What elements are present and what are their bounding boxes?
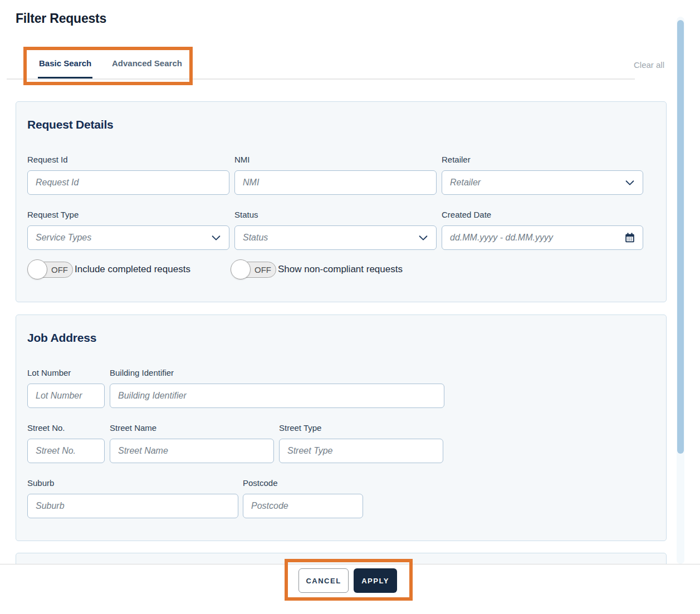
include-completed-toggle[interactable]: OFF (27, 259, 73, 279)
created-date-field-group: Created Date (442, 210, 643, 250)
nmi-field-group: NMI (234, 155, 437, 195)
street-no-label: Street No. (27, 423, 105, 433)
nmi-label: NMI (234, 155, 437, 164)
retailer-field-group: Retailer Retailer (442, 155, 643, 195)
lot-number-field-group: Lot Number (27, 368, 105, 408)
next-section-partial (16, 553, 667, 564)
nmi-input[interactable] (234, 170, 437, 195)
non-compliant-label: Show non-compliant requests (278, 264, 403, 275)
lot-number-input[interactable] (27, 384, 105, 408)
chevron-down-icon (417, 232, 429, 244)
footer (0, 564, 700, 614)
apply-button[interactable]: APPLY (354, 568, 397, 593)
street-type-field-group: Street Type (279, 423, 443, 463)
building-identifier-label: Building Identifier (110, 368, 444, 377)
cancel-button[interactable]: CANCEL (298, 568, 349, 593)
postcode-input[interactable] (243, 494, 363, 518)
chevron-down-icon (210, 232, 222, 244)
street-no-input[interactable] (27, 439, 105, 463)
postcode-label: Postcode (243, 478, 363, 488)
chevron-down-icon (624, 176, 636, 189)
request-id-input[interactable] (27, 170, 229, 195)
status-select-value: Status (243, 233, 268, 243)
request-type-select-value: Service Types (36, 233, 91, 243)
street-type-label: Street Type (279, 423, 443, 433)
street-name-field-group: Street Name (110, 423, 274, 463)
created-date-input[interactable] (442, 226, 624, 249)
job-address-section: Job Address Lot Number Building Identifi… (16, 315, 667, 541)
request-id-label: Request Id (27, 155, 229, 164)
include-completed-label: Include completed requests (75, 264, 190, 275)
clear-all-link[interactable]: Clear all (634, 60, 664, 70)
tabs-divider (7, 78, 635, 80)
street-name-label: Street Name (110, 423, 274, 433)
non-compliant-toggle-group: OFF Show non-compliant requests (231, 259, 403, 279)
created-date-label: Created Date (442, 210, 643, 219)
street-no-field-group: Street No. (27, 423, 105, 463)
street-name-input[interactable] (110, 439, 274, 463)
request-type-select[interactable]: Service Types (27, 225, 229, 250)
request-details-section: Request Details Request Id NMI Retailer … (16, 101, 667, 302)
request-type-field-group: Request Type Service Types (27, 210, 229, 250)
retailer-select[interactable]: Retailer (442, 170, 643, 195)
status-field-group: Status Status (234, 210, 437, 250)
street-type-input[interactable] (279, 439, 443, 463)
postcode-field-group: Postcode (243, 478, 363, 518)
request-id-field-group: Request Id (27, 155, 229, 195)
non-compliant-toggle[interactable]: OFF (231, 259, 276, 279)
job-address-heading: Job Address (27, 331, 655, 345)
toggle-knob[interactable] (27, 259, 47, 279)
tab-basic-search[interactable]: Basic Search (39, 58, 91, 68)
tab-advanced-search[interactable]: Advanced Search (112, 58, 182, 68)
include-completed-toggle-group: OFF Include completed requests (27, 259, 231, 279)
status-label: Status (234, 210, 437, 219)
calendar-icon[interactable] (624, 232, 636, 244)
toggle-knob[interactable] (231, 259, 251, 279)
request-type-label: Request Type (27, 210, 229, 219)
status-select[interactable]: Status (234, 225, 437, 250)
suburb-input[interactable] (27, 494, 238, 518)
suburb-field-group: Suburb (27, 478, 238, 518)
retailer-select-value: Retailer (450, 178, 481, 188)
retailer-label: Retailer (442, 155, 643, 164)
lot-number-label: Lot Number (27, 368, 105, 377)
page-title: Filter Requests (16, 11, 106, 26)
building-identifier-input[interactable] (110, 384, 444, 408)
created-date-picker[interactable] (442, 225, 643, 250)
building-identifier-field-group: Building Identifier (110, 368, 444, 408)
request-details-heading: Request Details (27, 118, 655, 131)
suburb-label: Suburb (27, 478, 238, 488)
scrollbar-thumb[interactable] (677, 20, 684, 454)
